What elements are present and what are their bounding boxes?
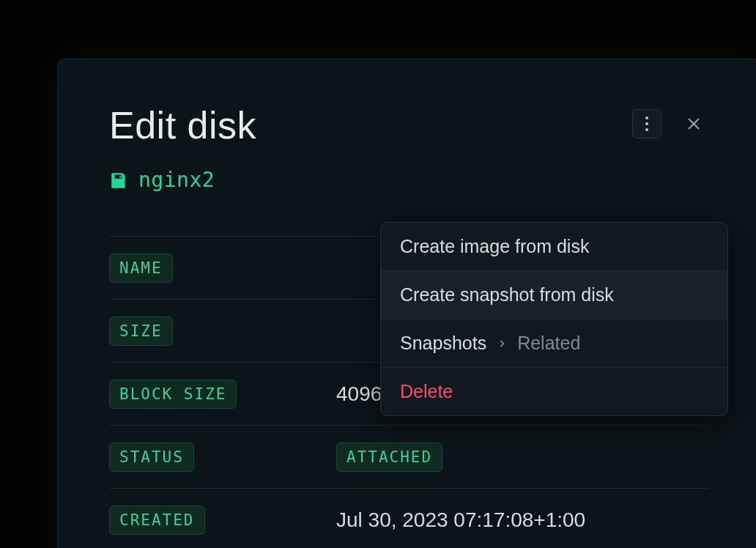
value-created: Jul 30, 2023 07:17:08+1:00	[336, 508, 585, 532]
panel-header: Edit disk	[109, 103, 708, 147]
actions-menu: Create image from disk Create snapshot f…	[380, 222, 728, 416]
header-actions	[632, 109, 708, 138]
label-created: CREATED	[109, 506, 205, 535]
menu-snapshots-related: Related	[517, 333, 580, 354]
more-vertical-icon	[645, 116, 648, 131]
edit-disk-panel: Edit disk nginx2 NAME SIZE BLOCK SIZE 40…	[57, 59, 756, 548]
panel-title: Edit disk	[109, 103, 256, 147]
close-button[interactable]	[679, 109, 708, 138]
label-block-size: BLOCK SIZE	[109, 379, 237, 409]
menu-create-image[interactable]: Create image from disk	[381, 223, 727, 270]
row-status: STATUS ATTACHED	[109, 426, 708, 489]
menu-create-snapshot[interactable]: Create snapshot from disk	[381, 270, 727, 319]
menu-snapshots-label: Snapshots	[400, 333, 486, 354]
disk-name: nginx2	[138, 168, 215, 192]
close-icon	[686, 116, 701, 131]
disk-icon	[109, 171, 128, 190]
menu-delete[interactable]: Delete	[381, 367, 727, 415]
more-actions-button[interactable]	[632, 109, 662, 138]
disk-subtitle: nginx2	[109, 168, 708, 192]
label-name: NAME	[109, 253, 173, 283]
label-size: SIZE	[109, 316, 173, 346]
value-block-size: 4096	[336, 382, 382, 406]
value-status: ATTACHED	[336, 443, 442, 472]
chevron-right-icon	[497, 334, 507, 353]
label-status: STATUS	[109, 443, 194, 472]
menu-snapshots[interactable]: Snapshots Related	[381, 319, 727, 367]
row-created: CREATED Jul 30, 2023 07:17:08+1:00	[109, 489, 708, 548]
